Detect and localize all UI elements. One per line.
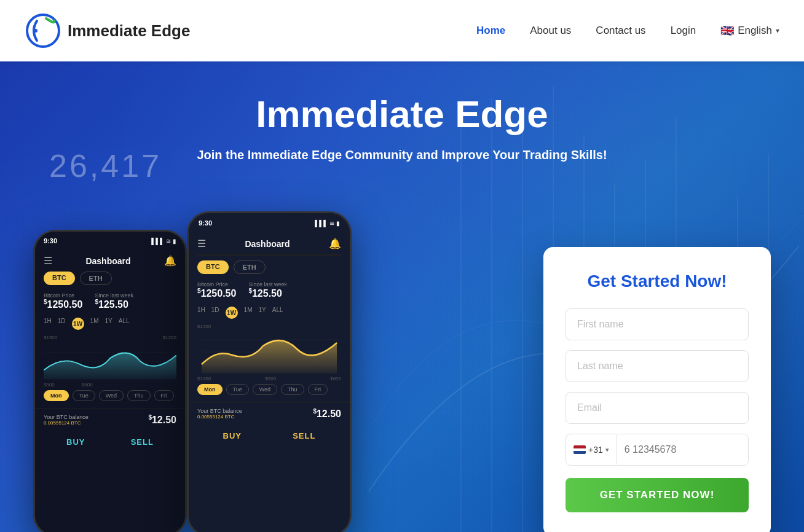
balance-row-back: Your BTC balance 0.00555124 BTC $12.50 <box>35 409 185 431</box>
get-started-button[interactable]: GET STARTED NOW! <box>566 478 749 512</box>
svg-point-0 <box>27 15 59 47</box>
day-fri-front[interactable]: Fri <box>308 384 328 395</box>
nav-about[interactable]: About us <box>530 25 571 37</box>
balance-row-front: Your BTC balance 0.00555124 BTC $12.50 <box>189 402 350 424</box>
logo-text: Immediate Edge <box>68 22 190 41</box>
phone-mockup-back: 9:30 ▌▌▌ ≋ ▮ ☰ Dashboard 🔔 BTC ETH Bitco… <box>33 230 187 532</box>
tt-1d-back[interactable]: 1D <box>58 318 66 330</box>
nav-login[interactable]: Login <box>671 25 696 37</box>
btc-price-block-back: Bitcoin Price $1250.50 <box>44 292 82 310</box>
eth-tab-back[interactable]: ETH <box>80 272 112 285</box>
day-wed-back[interactable]: Wed <box>99 390 124 401</box>
country-code-selector[interactable]: +31 ▾ <box>566 435 617 464</box>
chevron-down-icon: ▾ <box>776 26 779 35</box>
phone-notch-bar-back: 9:30 ▌▌▌ ≋ ▮ <box>35 232 185 250</box>
coin-tabs-front: BTC ETH <box>189 260 350 279</box>
price-chart-front <box>197 331 341 374</box>
tt-1m-back[interactable]: 1M <box>90 318 99 330</box>
form-title: Get Started Now! <box>566 272 749 291</box>
phone-status-icons-front: ▌▌▌ ≋ ▮ <box>315 220 340 227</box>
phone-screen-back: 9:30 ▌▌▌ ≋ ▮ ☰ Dashboard 🔔 BTC ETH Bitco… <box>35 232 185 532</box>
action-row-back: BUY SELL <box>35 431 185 453</box>
tt-1y-back[interactable]: 1Y <box>105 318 112 330</box>
tab-divider-front <box>197 254 341 256</box>
first-name-input[interactable] <box>566 308 749 340</box>
price-row-front: Bitcoin Price $1250.50 Since last week $… <box>189 279 350 304</box>
time-tabs-back: 1H 1D 1W 1M 1Y ALL <box>35 315 185 335</box>
price-chart-back <box>44 343 176 380</box>
day-thu-front[interactable]: Thu <box>281 384 304 395</box>
buy-btn-front[interactable]: BUY <box>223 431 242 440</box>
phone-input-row: +31 ▾ <box>566 434 749 466</box>
hero-bg-number: 26,417 <box>49 147 162 184</box>
chart-area-front: $1500 <box>189 324 350 381</box>
week-label-back: Since last week <box>95 292 133 299</box>
tt-1m-front[interactable]: 1M <box>244 307 253 319</box>
tt-1w-front[interactable]: 1W <box>226 307 238 319</box>
day-mon-front[interactable]: Mon <box>197 384 223 395</box>
day-tabs-front: Mon Tue Wed Thu Fri <box>189 381 350 400</box>
tt-1h-back[interactable]: 1H <box>44 318 52 330</box>
btc-price-val-front: $1250.50 <box>197 288 236 299</box>
lang-label: English <box>738 25 772 37</box>
phone-notch-front <box>248 213 291 224</box>
logo-icon <box>25 12 61 49</box>
price-row-back: Bitcoin Price $1250.50 Since last week $… <box>35 290 185 315</box>
phone-status-icons-back: ▌▌▌ ≋ ▮ <box>151 238 176 244</box>
uk-flag-icon: 🇬🇧 <box>720 24 734 37</box>
netherlands-flag-icon <box>573 445 586 454</box>
bell-icon-front: 🔔 <box>329 238 341 249</box>
hamburger-icon-front: ☰ <box>197 238 206 249</box>
nav-home[interactable]: Home <box>476 25 505 37</box>
sell-btn-front[interactable]: SELL <box>293 431 315 440</box>
coin-tabs-back: BTC ETH <box>35 272 185 290</box>
phone-header-back: ☰ Dashboard 🔔 <box>35 250 185 272</box>
day-wed-front[interactable]: Wed <box>253 384 277 395</box>
phone-time-back: 9:30 <box>44 237 57 244</box>
phone-screen-front: 9:30 ▌▌▌ ≋ ▮ ☰ Dashboard 🔔 BTC ETH <box>189 213 350 532</box>
phone-dashboard-front: Dashboard <box>245 239 290 249</box>
day-tue-front[interactable]: Tue <box>226 384 249 395</box>
week-price-block-back: Since last week $125.50 <box>95 292 133 310</box>
tt-1d-front[interactable]: 1D <box>211 307 219 319</box>
tt-all-front[interactable]: ALL <box>272 307 283 319</box>
day-tue-back[interactable]: Tue <box>73 390 95 401</box>
week-label-front: Since last week <box>248 281 287 288</box>
day-thu-back[interactable]: Thu <box>127 390 151 401</box>
day-mon-back[interactable]: Mon <box>44 390 69 401</box>
btc-price-block-front: Bitcoin Price $1250.50 <box>197 281 236 299</box>
btc-tab-back[interactable]: BTC <box>44 272 75 285</box>
phone-dashboard-back: Dashboard <box>85 256 130 266</box>
btc-price-label-back: Bitcoin Price <box>44 292 82 299</box>
hero-title: Immediate Edge <box>256 92 548 136</box>
hamburger-icon: ☰ <box>44 255 52 267</box>
eth-tab-front[interactable]: ETH <box>234 260 266 274</box>
buy-btn-back[interactable]: BUY <box>66 437 85 447</box>
main-nav: Home About us Contact us Login 🇬🇧 Englis… <box>476 24 779 37</box>
balance-label-front: Your BTC balance <box>197 408 242 414</box>
day-fri-back[interactable]: Fri <box>154 390 175 401</box>
sell-btn-back[interactable]: SELL <box>131 437 154 447</box>
country-dial-code: +31 <box>588 445 603 455</box>
tt-1w-back[interactable]: 1W <box>72 318 84 330</box>
nav-contact[interactable]: Contact us <box>596 25 645 37</box>
week-val-front: $125.50 <box>248 288 287 299</box>
btc-price-label-front: Bitcoin Price <box>197 281 236 288</box>
week-price-block-front: Since last week $125.50 <box>248 281 287 299</box>
tt-1y-front[interactable]: 1Y <box>259 307 266 319</box>
chart-area-back: $1500 $1200 <box>35 335 185 388</box>
logo-area: Immediate Edge <box>25 12 190 49</box>
hero-subtitle: Join the Immediate Edge Community and Im… <box>197 148 607 162</box>
last-name-input[interactable] <box>566 350 749 382</box>
phone-header-front: ☰ Dashboard 🔔 <box>189 233 350 254</box>
bell-icon-back: 🔔 <box>164 255 176 267</box>
header: Immediate Edge Home About us Contact us … <box>0 0 804 61</box>
phone-number-input[interactable] <box>617 434 749 465</box>
tt-all-back[interactable]: ALL <box>119 318 130 330</box>
language-selector[interactable]: 🇬🇧 English ▾ <box>720 24 779 37</box>
tt-1h-front[interactable]: 1H <box>197 307 205 319</box>
balance-sub-front: 0.00555124 BTC <box>197 414 242 420</box>
email-input[interactable] <box>566 392 749 424</box>
btc-tab-front[interactable]: BTC <box>197 260 229 274</box>
action-row-front: BUY SELL <box>189 425 350 447</box>
